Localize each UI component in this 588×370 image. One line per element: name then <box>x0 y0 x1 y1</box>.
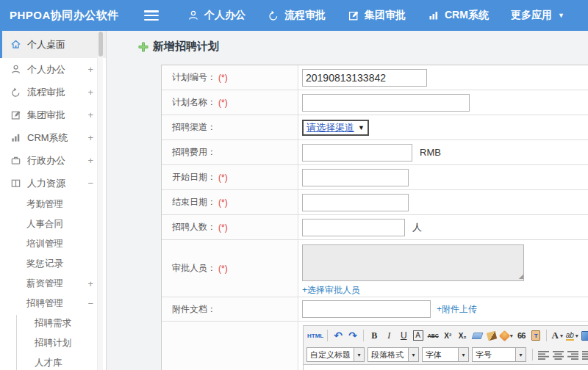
user-icon <box>10 64 27 75</box>
expand-icon[interactable]: + <box>87 278 93 289</box>
start-date-input[interactable] <box>302 169 409 186</box>
sidebar-item-group-approval[interactable]: 集团审批 + <box>0 104 106 126</box>
font-size-select[interactable]: 字号▾ <box>472 347 526 362</box>
required-marker: (*) <box>218 173 228 183</box>
plan-no-input[interactable] <box>302 69 427 87</box>
sidebar-item-recruit-plan[interactable]: 招聘计划 <box>0 333 106 353</box>
required-marker: (*) <box>218 264 228 274</box>
font-color-button[interactable]: A▾ <box>551 328 564 343</box>
field-label: 计划编号： <box>172 71 216 84</box>
scrollbar-thumb[interactable] <box>98 32 103 57</box>
nav-group-approval[interactable]: 集团审批 <box>337 0 417 31</box>
field-label: 招聘人数： <box>172 221 216 233</box>
sidebar-item-attendance[interactable]: 考勤管理 <box>0 195 106 214</box>
form-row-attachment: 附件文档： +附件上传 <box>162 297 588 322</box>
collapse-icon[interactable]: − <box>87 298 93 309</box>
paste-text-button[interactable]: T <box>529 328 542 343</box>
resize-grip-icon[interactable]: ◢ <box>519 273 523 280</box>
sidebar-scrollbar[interactable] <box>97 31 103 370</box>
sidebar-item-hr[interactable]: 人力资源 − <box>0 172 106 195</box>
currency-suffix: RMB <box>420 147 441 158</box>
expand-icon[interactable]: + <box>87 155 93 166</box>
field-label: 计划名称： <box>172 96 216 109</box>
align-center-button[interactable] <box>551 347 564 362</box>
strikethrough-button[interactable]: ABC <box>426 328 440 343</box>
sidebar-item-workflow-approval[interactable]: 流程审批 + <box>0 81 106 104</box>
chart-icon <box>10 132 27 143</box>
expand-icon[interactable]: + <box>87 64 93 75</box>
align-right-button[interactable] <box>566 347 579 362</box>
insert-image-button[interactable] <box>580 328 588 343</box>
edit-icon <box>348 10 365 21</box>
custom-heading-select[interactable]: 自定义标题▾ <box>306 347 365 362</box>
nav-workflow-approval[interactable]: 流程审批 <box>257 0 337 31</box>
sidebar-item-recruit-mgmt[interactable]: 招聘管理− <box>0 294 106 313</box>
align-justify-button[interactable] <box>581 347 588 362</box>
field-label: 结束日期： <box>172 196 216 208</box>
fee-input[interactable] <box>302 144 412 162</box>
subscript-button[interactable]: X₂ <box>456 328 469 343</box>
sidebar-item-rewards[interactable]: 奖惩记录 <box>0 254 106 274</box>
html-source-button[interactable]: HTML <box>307 328 323 343</box>
expand-icon[interactable]: + <box>87 132 93 143</box>
paragraph-format-select[interactable]: 段落格式▾ <box>368 347 419 362</box>
sidebar-item-talent-pool[interactable]: 人才库 <box>0 353 106 370</box>
blockquote-button[interactable]: 66 <box>514 328 528 343</box>
bold-button[interactable]: B <box>368 328 381 343</box>
sidebar-item-desktop[interactable]: 个人桌面 <box>0 31 106 58</box>
caret-down-icon: ▼ <box>358 124 365 131</box>
field-label: 招聘费用： <box>172 146 216 159</box>
required-marker: (*) <box>218 73 228 83</box>
sidebar-item-salary[interactable]: 薪资管理+ <box>0 274 106 294</box>
upload-attachment-link[interactable]: +附件上传 <box>437 303 477 316</box>
unit-suffix: 人 <box>412 221 422 234</box>
caret-down-icon: ▾ <box>515 348 526 361</box>
clipboard-icon: T <box>531 330 540 341</box>
app-title: PHPOA协同办公软件 <box>0 9 144 23</box>
font-family-select[interactable]: 字体▾ <box>422 347 469 362</box>
clear-format-button[interactable]: ▾ <box>500 328 513 343</box>
sidebar-item-training[interactable]: 培训管理 <box>0 234 106 254</box>
format-brush-button[interactable] <box>485 328 498 343</box>
highlight-color-button[interactable]: ab▾ <box>565 328 578 343</box>
undo-button[interactable]: ↶ <box>331 328 345 343</box>
chart-icon <box>428 10 445 21</box>
plus-icon <box>138 42 148 52</box>
nav-more-apps[interactable]: 更多应用 ▼ <box>500 0 576 31</box>
align-left-button[interactable] <box>537 347 550 362</box>
caret-down-icon: ▾ <box>354 348 364 361</box>
italic-button[interactable]: I <box>382 328 395 343</box>
approvers-textarea[interactable] <box>302 244 524 281</box>
underline-button[interactable]: U <box>397 328 410 343</box>
end-date-input[interactable] <box>302 194 409 211</box>
channel-select[interactable]: 请选择渠道 ▼ <box>302 120 369 136</box>
eraser-button[interactable] <box>470 328 484 343</box>
redo-button[interactable]: ↷ <box>346 328 359 343</box>
sidebar-item-personal-office[interactable]: 个人办公 + <box>0 58 106 81</box>
top-header: PHPOA协同办公软件 个人办公 流程审批 集团审批 CRM系统 更多应用 ▼ <box>0 0 588 31</box>
superscript-button[interactable]: X² <box>441 328 454 343</box>
sidebar-item-recruit-demand[interactable]: 招聘需求 <box>0 313 106 333</box>
expand-icon[interactable]: + <box>87 109 93 120</box>
nav-crm[interactable]: CRM系统 <box>417 0 500 31</box>
attachment-input[interactable] <box>302 300 431 318</box>
caret-down-icon: ▼ <box>558 12 564 19</box>
menu-icon[interactable] <box>144 10 159 21</box>
editor-toolbar-row2: 自定义标题▾ 段落格式▾ 字体▾ 字号▾ <box>304 345 588 364</box>
book-icon <box>10 178 27 189</box>
sidebar-item-hr-contract[interactable]: 人事合同 <box>0 214 106 234</box>
editor-toolbar-row1: HTML ↶ ↷ B I U A ABC X² X₂ ▾ <box>304 326 588 345</box>
expand-icon[interactable]: + <box>87 87 93 98</box>
form-row-channel: 招聘渠道： 请选择渠道 ▼ <box>162 115 588 140</box>
edit-icon <box>10 109 27 120</box>
sidebar-item-crm[interactable]: CRM系统 + <box>0 126 106 149</box>
nav-personal-office[interactable]: 个人办公 <box>176 0 257 31</box>
select-approvers-link[interactable]: +选择审批人员 <box>302 284 360 297</box>
editor-content-area[interactable] <box>304 364 588 370</box>
sidebar-item-admin-office[interactable]: 行政办公 + <box>0 149 106 172</box>
headcount-input[interactable] <box>302 219 405 236</box>
plan-name-input[interactable] <box>302 94 470 112</box>
image-icon <box>581 331 588 341</box>
font-button[interactable]: A <box>413 330 423 341</box>
collapse-icon[interactable]: − <box>87 178 93 189</box>
